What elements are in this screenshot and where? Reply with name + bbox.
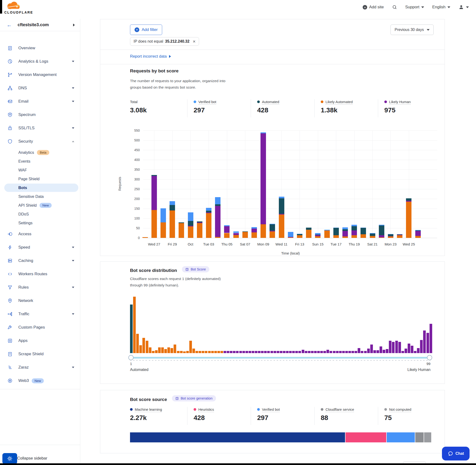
back-arrow-icon[interactable]: ← xyxy=(7,22,12,28)
add-site-button[interactable]: + Add site xyxy=(363,5,384,10)
chevron-down-icon xyxy=(447,6,450,8)
chevron-down-icon xyxy=(72,61,74,62)
x-tick-label: Fri 29 xyxy=(168,242,177,246)
sidebar-item-bots[interactable]: Bots xyxy=(0,183,80,192)
date-range-dropdown[interactable]: Previous 30 days xyxy=(391,24,434,35)
sidebar-item-ssl-tls[interactable]: SSL/TLS xyxy=(0,121,80,135)
remove-filter-icon[interactable]: × xyxy=(193,39,196,44)
filter-chip[interactable]: IP does not equal 35.212.240.32 × xyxy=(130,37,199,46)
sidebar-item-events[interactable]: Events xyxy=(0,157,80,166)
histogram-bar-likely-automated xyxy=(155,350,158,353)
divider xyxy=(0,389,80,389)
site-switcher[interactable]: ← cftestsite3.com xyxy=(0,19,80,31)
sidebar-item-waf[interactable]: WAF xyxy=(0,166,80,175)
source-segment-machine-learning xyxy=(130,432,345,442)
sidebar-item-security[interactable]: Security xyxy=(0,135,80,148)
sidebar-item-caching[interactable]: Caching xyxy=(0,254,80,267)
sidebar-item-sensitive-data[interactable]: Sensitive Data xyxy=(0,192,80,201)
legend-dot xyxy=(384,100,387,103)
bar-segment-automated xyxy=(342,229,348,231)
scrape-shield-icon xyxy=(7,351,13,357)
chat-button[interactable]: Chat xyxy=(442,447,470,460)
sidebar-item-zaraz[interactable]: Zaraz xyxy=(0,361,80,374)
sidebar-item-access[interactable]: Access xyxy=(0,227,80,241)
quick-settings-button[interactable] xyxy=(2,453,17,464)
sidebar-item-apps[interactable]: Apps xyxy=(0,334,80,347)
stat-value: 297 xyxy=(257,414,280,422)
search-button[interactable] xyxy=(392,5,397,10)
sidebar-item-dns[interactable]: DNS xyxy=(0,81,80,95)
language-menu[interactable]: English xyxy=(432,5,450,10)
bar-segment-likely-automated xyxy=(206,213,212,238)
histogram-bar-likely-automated xyxy=(180,351,183,353)
x-tick-label: Mon 09 xyxy=(257,242,269,246)
sidebar-item-label: Workers Routes xyxy=(18,272,47,276)
stat-value: 75 xyxy=(384,414,411,422)
x-tick-label: Sat 21 xyxy=(367,242,377,246)
gridline xyxy=(143,130,437,131)
source-composition-bar xyxy=(130,432,431,442)
chevron-right-icon[interactable] xyxy=(73,24,75,26)
score-slider-handle-max[interactable] xyxy=(427,355,432,360)
sidebar-item-traffic[interactable]: Traffic xyxy=(0,307,80,321)
histogram-bar-likely-human xyxy=(329,351,332,353)
sidebar-item-page-shield[interactable]: Page Shield xyxy=(0,175,80,183)
sidebar-item-workers-routes[interactable]: Workers Routes xyxy=(0,267,80,281)
divider xyxy=(187,99,187,117)
requests-card: + Add filter IP does not equal 35.212.24… xyxy=(100,19,445,256)
bar-segment-verified-bot xyxy=(261,132,266,133)
sidebar-item-custom-pages[interactable]: Custom Pages xyxy=(0,321,80,334)
histogram-bar-likely-automated xyxy=(211,351,214,353)
sidebar-item-overview[interactable]: Overview xyxy=(0,42,80,55)
sidebar-item-spectrum[interactable]: Spectrum xyxy=(0,108,80,121)
stat-label: Verified bot xyxy=(198,100,216,105)
analytics-icon xyxy=(7,59,13,64)
report-incorrect-data-link[interactable]: Report incorrect data xyxy=(130,54,171,59)
sidebar-item-analytics[interactable]: AnalyticsBeta xyxy=(0,148,80,157)
bar-segment-likely-automated xyxy=(169,211,175,238)
sidebar-item-scrape-shield[interactable]: Scrape Shield xyxy=(0,347,80,361)
docs-icon xyxy=(175,397,179,400)
sidebar-item-settings[interactable]: Settings xyxy=(0,219,80,227)
sidebar-item-version-management[interactable]: Version Management xyxy=(0,68,80,81)
histogram-bar-automated xyxy=(130,305,133,353)
histogram-bar-likely-human xyxy=(243,351,245,353)
new-badge: New xyxy=(40,203,52,208)
account-menu[interactable] xyxy=(458,4,469,10)
histogram-bar-likely-human xyxy=(411,346,413,353)
bar-segment-likely-human xyxy=(151,176,157,210)
sidebar-item-analytics-logs[interactable]: Analytics & Logs xyxy=(0,55,80,68)
sidebar-item-web3[interactable]: Web3New xyxy=(0,374,80,387)
sidebar-item-ddos[interactable]: DDoS xyxy=(0,210,80,219)
sidebar-item-api-shield[interactable]: API ShieldNew xyxy=(0,201,80,210)
date-range-label: Previous 30 days xyxy=(395,28,424,32)
support-menu[interactable]: Support xyxy=(405,5,424,10)
stat-label: Heuristics xyxy=(198,407,214,412)
histogram-bar-likely-human xyxy=(239,351,242,353)
sidebar-item-network[interactable]: Network xyxy=(0,294,80,307)
collapse-sidebar-button[interactable]: Collapse sidebar xyxy=(17,456,47,461)
bot-score-generation-badge[interactable]: Bot score generation xyxy=(172,395,216,402)
histogram-bar-likely-human xyxy=(376,350,379,353)
chat-label: Chat xyxy=(455,451,464,456)
sidebar-item-email[interactable]: Email xyxy=(0,95,80,108)
cloudflare-logo[interactable]: CLOUDFLARE xyxy=(4,1,40,14)
histogram-bar-likely-automated xyxy=(177,351,180,353)
add-filter-button[interactable]: + Add filter xyxy=(130,24,162,35)
sidebar-item-rules[interactable]: Rules xyxy=(0,281,80,294)
sidebar-item-label: Custom Pages xyxy=(18,325,45,330)
bar-segment-likely-automated xyxy=(297,235,302,238)
stat-value: 88 xyxy=(321,414,354,422)
gridline xyxy=(318,130,318,238)
bar-segment-automated xyxy=(397,234,402,235)
cloudflare-wordmark: CLOUDFLARE xyxy=(4,11,40,14)
custom-pages-icon xyxy=(7,325,13,330)
bar-segment-verified-bot xyxy=(188,212,193,221)
sidebar-item-speed[interactable]: Speed xyxy=(0,241,80,254)
score-slider-handle-min[interactable] xyxy=(128,355,134,360)
histogram-bar-likely-human xyxy=(392,342,395,353)
y-tick-label: 550 xyxy=(128,128,140,132)
arrow-right-icon xyxy=(169,55,171,58)
legend-dot xyxy=(384,408,387,411)
bar-segment-automated xyxy=(243,232,248,232)
